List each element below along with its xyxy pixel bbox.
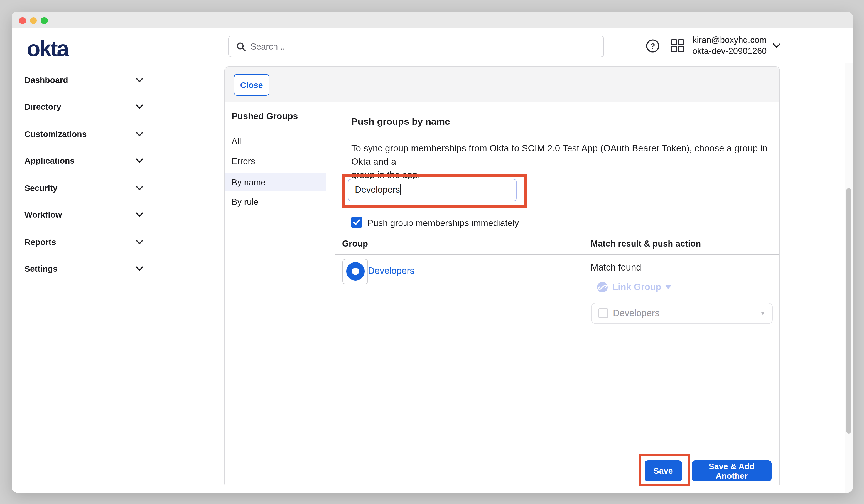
nav-item-by-rule[interactable]: By rule — [225, 193, 326, 211]
select-checkbox-icon — [598, 308, 608, 318]
sidebar-item-settings[interactable]: Settings — [12, 261, 156, 276]
sidebar-item-reports[interactable]: Reports — [12, 234, 156, 249]
sidebar: Dashboard Directory Customizations Appli… — [12, 63, 156, 493]
account-chevron[interactable] — [772, 41, 781, 51]
grid-icon — [670, 38, 685, 53]
sidebar-item-applications[interactable]: Applications — [12, 153, 156, 168]
chevron-down-icon — [772, 43, 781, 48]
link-group-button[interactable]: Link Group — [597, 281, 671, 292]
text-caret — [400, 184, 401, 196]
account-org: okta-dev-20901260 — [685, 46, 774, 57]
push-immediately-label: Push group memberships immediately — [368, 217, 519, 228]
okta-logo[interactable]: okta — [27, 36, 68, 61]
okta-admin-window: okta Search... ? — [12, 12, 853, 493]
chevron-down-icon — [135, 185, 143, 190]
sidebar-item-security[interactable]: Security — [12, 180, 156, 195]
apps-grid-button[interactable] — [669, 37, 686, 54]
scrollbar-thumb[interactable] — [846, 188, 851, 433]
sidebar-item-dashboard[interactable]: Dashboard — [12, 72, 156, 87]
push-groups-description: To sync group memberships from Okta to S… — [351, 141, 779, 181]
column-header-group: Group — [342, 239, 368, 249]
sidebar-item-customizations[interactable]: Customizations — [12, 126, 156, 141]
save-button[interactable]: Save — [644, 460, 682, 481]
search-input[interactable]: Search... — [228, 36, 604, 57]
nav-item-all[interactable]: All — [225, 132, 326, 151]
main-content: Close Pushed Groups All Errors By name B… — [156, 63, 845, 493]
table-top-border — [335, 233, 779, 234]
row-bottom-border — [335, 327, 779, 327]
app-group-select[interactable]: Developers ▼ — [591, 302, 773, 324]
link-group-label: Link Group — [612, 281, 661, 292]
search-icon — [236, 41, 246, 51]
desktop-background: okta Search... ? — [0, 0, 864, 504]
help-icon: ? — [646, 39, 659, 52]
account-menu[interactable]: kiran@boxyhq.com okta-dev-20901260 — [685, 35, 774, 57]
footer-separator — [335, 456, 779, 456]
maximize-window-button[interactable] — [41, 17, 48, 24]
checkmark-icon — [353, 219, 360, 225]
chevron-down-icon — [135, 266, 143, 271]
panel-nav-divider — [335, 101, 335, 485]
table-header-border — [335, 254, 779, 255]
panel-header: Close — [225, 67, 779, 102]
sidebar-item-directory[interactable]: Directory — [12, 98, 156, 114]
push-immediately-checkbox[interactable] — [351, 217, 362, 228]
chevron-down-icon — [665, 285, 671, 289]
chevron-down-icon — [135, 77, 143, 82]
scrollbar[interactable] — [844, 63, 853, 493]
group-avatar — [343, 259, 368, 284]
push-groups-heading: Push groups by name — [351, 116, 450, 127]
link-icon — [597, 281, 608, 292]
titlebar[interactable] — [12, 12, 853, 29]
sidebar-item-workflow[interactable]: Workflow — [12, 206, 156, 222]
close-button[interactable]: Close — [233, 74, 269, 95]
chevron-down-icon — [135, 104, 143, 109]
pushed-groups-title: Pushed Groups — [231, 111, 298, 121]
push-groups-panel: Close Pushed Groups All Errors By name B… — [224, 66, 780, 485]
select-value: Developers — [613, 308, 659, 319]
chevron-down-icon — [135, 212, 143, 217]
nav-item-errors[interactable]: Errors — [225, 152, 326, 171]
match-status: Match found — [591, 262, 641, 273]
svg-text:?: ? — [650, 41, 655, 50]
help-button[interactable]: ? — [644, 37, 661, 54]
save-add-another-button[interactable]: Save & Add Another — [692, 460, 771, 481]
chevron-down-icon — [135, 239, 143, 244]
group-donut-icon — [346, 262, 364, 280]
chevron-down-icon — [135, 131, 143, 136]
group-name-input[interactable]: Developers — [348, 179, 517, 201]
panel-body: Pushed Groups All Errors By name By rule… — [225, 101, 779, 485]
column-header-match: Match result & push action — [591, 239, 701, 249]
group-link-developers[interactable]: Developers — [368, 265, 415, 276]
close-window-button[interactable] — [19, 17, 26, 24]
select-arrow-icon: ▼ — [760, 310, 766, 316]
chevron-down-icon — [135, 158, 143, 163]
minimize-window-button[interactable] — [30, 17, 37, 24]
nav-item-by-name[interactable]: By name — [225, 173, 326, 191]
account-email: kiran@boxyhq.com — [685, 35, 774, 46]
search-placeholder: Search... — [251, 41, 285, 51]
topbar: okta Search... ? — [12, 28, 853, 64]
